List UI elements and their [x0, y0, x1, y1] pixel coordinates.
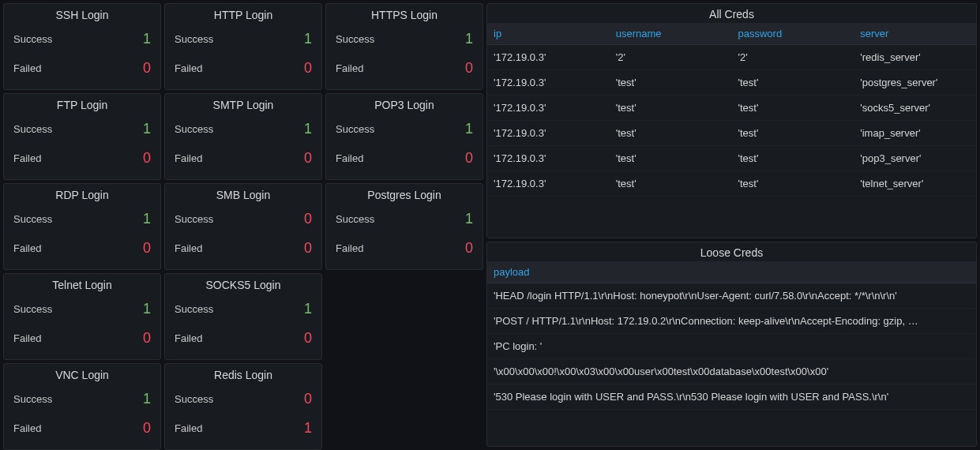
success-label: Success [13, 123, 52, 135]
table-row[interactable]: '172.19.0.3''test''test''postgres_server… [487, 70, 976, 96]
success-row: Success1 [165, 114, 321, 144]
panel-title: Loose Creds [487, 242, 976, 261]
dashboard-layout: SSH LoginSuccess1Failed0HTTP LoginSucces… [3, 3, 977, 447]
column-header[interactable]: ip [487, 23, 610, 45]
success-label: Success [175, 303, 213, 315]
failed-row: Failed0 [4, 144, 160, 173]
failed-label: Failed [175, 242, 202, 254]
success-row: Success1 [4, 294, 160, 324]
success-label: Success [13, 303, 52, 315]
panel-title: HTTP Login [165, 4, 321, 24]
success-row: Success1 [4, 204, 160, 234]
table-cell: 'test' [732, 121, 854, 146]
login-panels-grid: SSH LoginSuccess1Failed0HTTP LoginSucces… [3, 3, 483, 447]
success-value: 1 [465, 31, 473, 47]
column-header[interactable]: payload [487, 261, 976, 283]
failed-row: Failed0 [4, 234, 160, 263]
panel-spacer [325, 273, 483, 360]
panel-title: SMB Login [165, 184, 321, 204]
table-cell: 'postgres_server' [854, 70, 976, 96]
table-row[interactable]: '530 Please login with USER and PASS.\r\… [487, 384, 976, 410]
failed-row: Failed1 [165, 414, 321, 443]
login-stat-panel[interactable]: Redis LoginSuccess0Failed1 [164, 363, 322, 450]
success-label: Success [336, 123, 374, 135]
success-value: 1 [465, 211, 473, 227]
table-cell: '172.19.0.3' [487, 146, 610, 171]
all-creds-panel: All Creds ipusernamepasswordserver '172.… [486, 3, 977, 238]
failed-label: Failed [175, 422, 202, 434]
success-value: 1 [143, 121, 151, 137]
failed-label: Failed [336, 62, 363, 74]
failed-label: Failed [13, 242, 41, 254]
success-row: Success0 [165, 384, 321, 414]
column-header[interactable]: password [732, 23, 854, 45]
table-row[interactable]: '172.19.0.3''test''test''socks5_server' [487, 96, 976, 121]
table-row[interactable]: '172.19.0.3''test''test''pop3_server' [487, 146, 976, 171]
failed-label: Failed [175, 332, 202, 344]
failed-row: Failed0 [4, 54, 160, 83]
success-label: Success [175, 213, 213, 225]
table-row[interactable]: 'POST / HTTP/1.1\r\nHost: 172.19.0.2\r\n… [487, 309, 976, 334]
success-label: Success [13, 393, 52, 405]
table-row[interactable]: '\x00\x00\x00!\x00\x03\x00\x00user\x00te… [487, 359, 976, 384]
success-row: Success1 [4, 114, 160, 144]
success-row: Success1 [326, 114, 482, 144]
success-value: 1 [304, 301, 312, 317]
failed-row: Failed0 [165, 144, 321, 173]
failed-row: Failed0 [326, 144, 482, 173]
panel-title: POP3 Login [326, 94, 482, 114]
table-cell: 'imap_server' [854, 121, 976, 146]
login-stat-panel[interactable]: FTP LoginSuccess1Failed0 [3, 93, 161, 180]
panel-title: RDP Login [4, 184, 160, 204]
failed-value: 0 [143, 330, 151, 347]
failed-label: Failed [13, 422, 41, 434]
table-cell: '2' [610, 45, 732, 70]
success-row: Success1 [165, 294, 321, 324]
all-creds-scroll[interactable]: ipusernamepasswordserver '172.19.0.3''2'… [487, 23, 976, 238]
table-row[interactable]: '172.19.0.3''test''test''telnet_server' [487, 171, 976, 197]
login-stat-panel[interactable]: SSH LoginSuccess1Failed0 [3, 3, 161, 90]
table-row[interactable]: 'PC login: ' [487, 334, 976, 359]
table-cell: 'test' [732, 70, 854, 96]
table-cell: 'PC login: ' [487, 334, 976, 359]
success-row: Success1 [326, 24, 482, 54]
table-row[interactable]: 'HEAD /login HTTP/1.1\r\nHost: honeypot\… [487, 283, 976, 309]
panel-title: SMTP Login [165, 94, 321, 114]
success-value: 1 [143, 211, 151, 227]
success-label: Success [336, 33, 374, 45]
login-stat-panel[interactable]: SMB LoginSuccess0Failed0 [164, 183, 322, 270]
success-row: Success0 [165, 204, 321, 234]
failed-label: Failed [13, 152, 41, 164]
failed-value: 0 [304, 150, 312, 167]
failed-value: 0 [465, 60, 473, 77]
column-header[interactable]: server [854, 23, 976, 45]
table-cell: '\x00\x00\x00!\x00\x03\x00\x00user\x00te… [487, 359, 976, 384]
success-value: 1 [304, 121, 312, 137]
loose-creds-panel: Loose Creds payload 'HEAD /login HTTP/1.… [486, 242, 977, 447]
right-column: All Creds ipusernamepasswordserver '172.… [486, 3, 977, 447]
login-stat-panel[interactable]: VNC LoginSuccess1Failed0 [3, 363, 161, 450]
panel-title: SOCKS5 Login [165, 274, 321, 294]
table-row[interactable]: '172.19.0.3''test''test''imap_server' [487, 121, 976, 146]
login-stat-panel[interactable]: RDP LoginSuccess1Failed0 [3, 183, 161, 270]
login-stat-panel[interactable]: Postgres LoginSuccess1Failed0 [325, 183, 483, 270]
login-stat-panel[interactable]: HTTP LoginSuccess1Failed0 [164, 3, 322, 90]
login-stat-panel[interactable]: POP3 LoginSuccess1Failed0 [325, 93, 483, 180]
login-stat-panel[interactable]: SMTP LoginSuccess1Failed0 [164, 93, 322, 180]
login-stat-panel[interactable]: SOCKS5 LoginSuccess1Failed0 [164, 273, 322, 360]
table-cell: 'test' [610, 146, 732, 171]
column-header[interactable]: username [610, 23, 732, 45]
table-cell: '172.19.0.3' [487, 96, 610, 121]
table-row[interactable]: '172.19.0.3''2''2''redis_server' [487, 45, 976, 70]
loose-creds-scroll[interactable]: payload 'HEAD /login HTTP/1.1\r\nHost: h… [487, 261, 976, 446]
table-cell: 'test' [732, 146, 854, 171]
failed-row: Failed0 [165, 234, 321, 263]
loose-creds-table: payload 'HEAD /login HTTP/1.1\r\nHost: h… [487, 261, 976, 410]
table-cell: 'test' [610, 70, 732, 96]
login-stat-panel[interactable]: Telnet LoginSuccess1Failed0 [3, 273, 161, 360]
failed-value: 0 [304, 330, 312, 347]
table-cell: 'pop3_server' [854, 146, 976, 171]
table-cell: 'redis_server' [854, 45, 976, 70]
panel-title: VNC Login [4, 364, 160, 384]
login-stat-panel[interactable]: HTTPS LoginSuccess1Failed0 [325, 3, 483, 90]
